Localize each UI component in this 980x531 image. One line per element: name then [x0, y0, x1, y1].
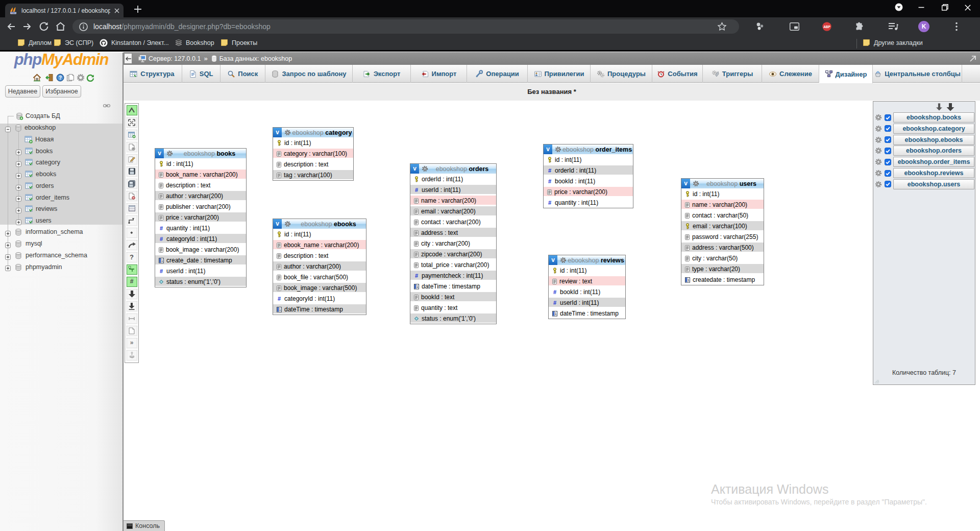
- svg-text:1: 1: [279, 307, 281, 312]
- svg-text:1: 1: [161, 258, 163, 263]
- svg-text:1: 1: [416, 284, 419, 289]
- svg-text:ABP: ABP: [823, 25, 830, 29]
- svg-text:?: ?: [59, 75, 62, 81]
- svg-text:1: 1: [555, 311, 557, 316]
- svg-text:PMA: PMA: [11, 12, 16, 14]
- svg-text:1: 1: [688, 278, 690, 282]
